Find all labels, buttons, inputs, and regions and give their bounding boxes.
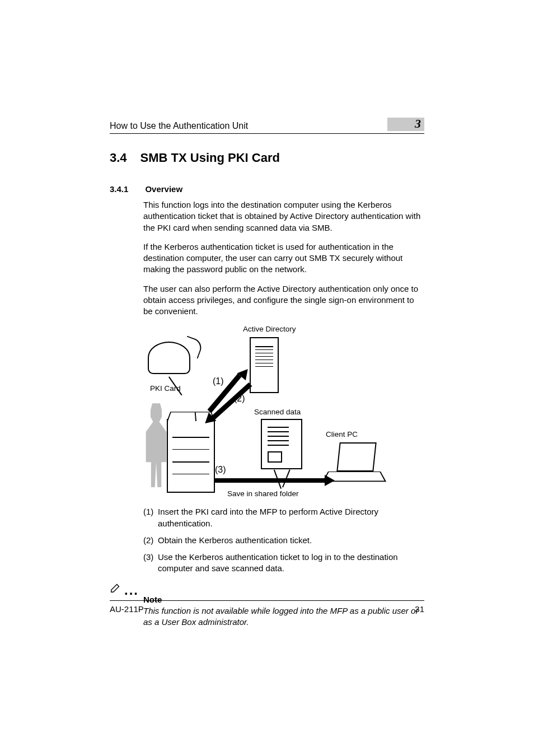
mfp-icon [167, 419, 215, 493]
section-heading: 3.4 SMB TX Using PKI Card [110, 151, 424, 165]
step-3-num: (3) [143, 552, 158, 575]
page-footer: AU-211P 31 [110, 600, 424, 614]
subsection-heading: 3.4.1 Overview [110, 184, 424, 194]
label-active-directory: Active Directory [243, 325, 296, 333]
step-2-num: (2) [143, 535, 158, 546]
server-icon [250, 337, 279, 393]
arrow-3-head-icon [325, 475, 335, 486]
chapter-number-tab: 3 [387, 118, 424, 131]
label-client-pc: Client PC [326, 430, 358, 438]
running-header-title: How to Use the Authentication Unit [110, 121, 248, 131]
step-1-text: Insert the PKI card into the MFP to perf… [158, 506, 424, 529]
paragraph-1: This function logs into the destination … [143, 199, 424, 234]
document-icon [261, 419, 302, 469]
running-header: How to Use the Authentication Unit 3 [110, 118, 424, 134]
step-3: (3) Use the Kerberos authentication tick… [143, 552, 424, 575]
paragraph-3: The user can also perform the Active Dir… [143, 283, 424, 318]
person-icon [143, 403, 169, 487]
pencil-icon [110, 581, 122, 594]
diagram: Active Directory PKI Card Scanned data C… [143, 325, 384, 498]
label-save-caption: Save in shared folder [227, 489, 299, 498]
section-number: 3.4 [110, 151, 127, 165]
step-list: (1) Insert the PKI card into the MFP to … [143, 506, 424, 574]
step-2-text: Obtain the Kerberos authentication ticke… [158, 535, 312, 546]
step-2: (2) Obtain the Kerberos authentication t… [143, 535, 424, 546]
subsection-title: Overview [145, 184, 182, 194]
step-1-num: (1) [143, 506, 158, 529]
label-scanned-data: Scanned data [254, 408, 301, 416]
arrow-3-icon [215, 478, 327, 483]
arrow-label-3: (3) [215, 465, 226, 475]
arrow-label-1: (1) [213, 376, 224, 386]
note-dots-icon: ... [124, 587, 139, 594]
section-title: SMB TX Using PKI Card [140, 151, 280, 165]
step-3-text: Use the Kerberos authentication ticket t… [158, 552, 424, 575]
paragraph-2: If the Kerberos authentication ticket is… [143, 241, 424, 276]
laptop-icon [328, 442, 378, 486]
step-1: (1) Insert the PKI card into the MFP to … [143, 506, 424, 529]
footer-model: AU-211P [110, 604, 144, 614]
card-reader-icon [148, 342, 190, 374]
subsection-number: 3.4.1 [110, 184, 128, 194]
note-icon-row: ... [110, 581, 424, 594]
footer-page-number: 31 [415, 604, 424, 614]
laptop-screen-icon [336, 442, 376, 472]
